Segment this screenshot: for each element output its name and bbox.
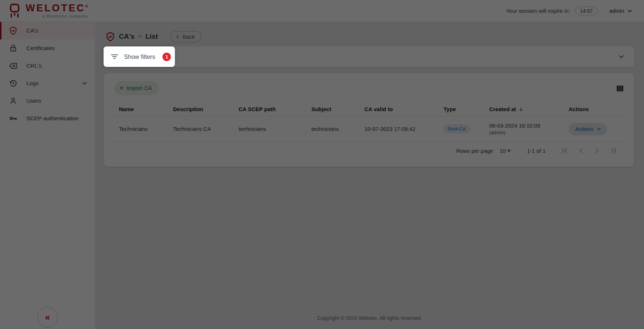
- filter-list-icon: [110, 52, 119, 61]
- filter-count-badge: 1: [162, 53, 171, 61]
- dim-overlay[interactable]: [0, 0, 644, 329]
- show-filters-label: Show filters: [124, 53, 155, 60]
- show-filters-spotlight: Show filters 1: [104, 46, 175, 67]
- show-filters-button[interactable]: Show filters 1: [104, 52, 175, 61]
